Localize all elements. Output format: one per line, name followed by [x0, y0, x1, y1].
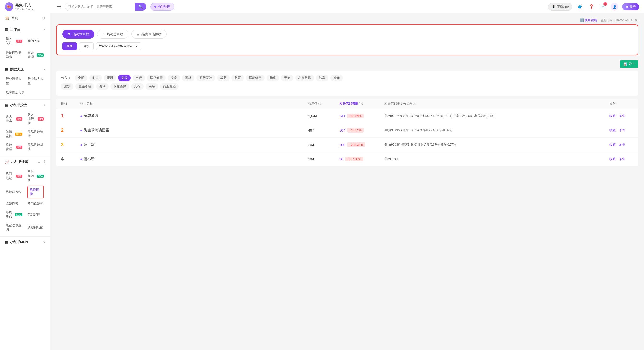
category-btn-car[interactable]: 汽车 — [316, 75, 328, 81]
heat-value: 1,644 — [305, 114, 336, 118]
sidebar-item-xhs-placement[interactable]: ▦ 小红书投放 ∧ — [0, 101, 50, 110]
category-btn-hobby[interactable]: 兴趣爱好 — [110, 83, 129, 90]
category-btn-health[interactable]: 医疗健康 — [147, 75, 166, 81]
period-week-button[interactable]: 周榜 — [62, 42, 77, 50]
sidebar-hot-search[interactable]: 热搜词搜索 — [4, 185, 24, 199]
category-btn-edu[interactable]: 教育 — [232, 75, 244, 81]
category-btn-news[interactable]: 资讯 — [96, 83, 108, 90]
update-time: 更新时间：2022-12-26 08:00 — [601, 18, 638, 22]
category-btn-travel[interactable]: 出行 — [132, 75, 145, 81]
sidebar-realtime-notes[interactable]: 实时笔记榜 New — [26, 168, 46, 184]
category-btn-astro[interactable]: 星座命理 — [76, 83, 94, 90]
detail-link[interactable]: 详情 — [618, 157, 625, 161]
sidebar-my-collect[interactable]: 我的收藏 — [26, 35, 46, 47]
heat-info-icon[interactable]: ? — [318, 102, 322, 106]
period-month-button[interactable]: 月榜 — [79, 42, 94, 50]
cat-tag: 素材(0.26%) — [403, 128, 419, 132]
download-app-button[interactable]: 📱 下载App — [548, 3, 572, 10]
operation-collapse[interactable]: 《 — [42, 160, 46, 165]
sidebar-item-mcn[interactable]: ▦ 小红书MCN ∨ — [0, 238, 50, 247]
mcn-chevron: ∨ — [43, 240, 46, 244]
workbench-chevron: ∧ — [43, 28, 46, 31]
sidebar-sentiment[interactable]: 舆情监控 Beta — [4, 128, 25, 140]
category-btn-all[interactable]: 全部 — [75, 75, 88, 81]
category-btn-wedding[interactable]: 婚嫁 — [330, 75, 343, 81]
sidebar-item-home[interactable]: 🏠 首页 ⚙ — [0, 13, 50, 23]
sidebar-kol-search[interactable]: 达人搜索 Hot — [4, 111, 25, 127]
avatar[interactable]: 👤 — [610, 3, 618, 10]
func-map-button[interactable]: 功能地图 — [150, 3, 174, 10]
category-btn-slim[interactable]: 减肥 — [217, 75, 230, 81]
note-inc-number: 141 — [339, 114, 345, 118]
sidebar-competitor-monitor[interactable]: 竞品投放监控 — [26, 128, 46, 140]
category-btn-tech[interactable]: 科技数码 — [295, 75, 314, 81]
category-btn-home[interactable]: 家居家装 — [196, 75, 215, 81]
sidebar-hot-topic[interactable]: 热门话题榜 — [26, 200, 46, 208]
sidebar-weekly-hot[interactable]: 每周热点 New — [4, 208, 25, 220]
placement-icon: ▦ — [5, 103, 8, 107]
search-button[interactable]: 🔍 — [135, 3, 146, 10]
category-btn-beauty[interactable]: 美妆 — [118, 75, 130, 81]
sidebar-industry-kol[interactable]: 行业达人大盘 — [26, 75, 46, 87]
sidebar-note-monitor[interactable]: 笔记监控 — [26, 208, 46, 220]
settings-icon[interactable]: ⚙ — [42, 16, 46, 20]
tab-hot-inc[interactable]: ⬆ 热词增量榜 — [62, 30, 94, 39]
category-btn-material[interactable]: 素材 — [182, 75, 194, 81]
sidebar-my-follow[interactable]: 我的关注 Hot — [4, 35, 25, 47]
tab-hot-total[interactable]: ○ 热词总量榜 — [97, 30, 128, 39]
note-inc-cell: 104 +38.52% — [336, 128, 384, 133]
category-label: 分类： — [61, 76, 71, 80]
main-content: ℹ️ 榜单说明 更新时间：2022-12-26 08:00 ⬆ 热词增量榜 ○ … — [50, 13, 644, 350]
category-btn-game[interactable]: 游戏 — [61, 83, 74, 90]
header-keyword: 热词名称 — [80, 101, 305, 106]
sidebar-competitor-compare[interactable]: 竞品投放对比 — [26, 141, 46, 153]
export-button[interactable]: 📊 导出 — [620, 60, 638, 68]
sidebar-hot-search-rank[interactable]: 热搜词榜 — [28, 186, 44, 198]
sidebar-kol-ranking[interactable]: 达人排行榜 Hot — [26, 111, 46, 127]
sidebar-placement-mgmt[interactable]: 投放管理 Hot — [4, 141, 25, 153]
table-section: 排行 热词名称 热度值 ? 相关笔记增量 ? 相关笔记主要分类占比 操作 1 ●… — [56, 99, 638, 166]
vip-button[interactable]: ★ 豪华 — [622, 3, 639, 10]
detail-link[interactable]: 详情 — [618, 143, 625, 147]
collect-link[interactable]: 收藏 — [610, 114, 616, 118]
table-body: 1 ● 妆容圣诞 1,644 141 +39.39% 美妆(90.14%)时尚(… — [56, 109, 638, 166]
detail-link[interactable]: 详情 — [618, 114, 625, 118]
sidebar-item-xhs-operation[interactable]: 📈 小红书运营 ∧ 《 — [0, 157, 50, 167]
collect-link[interactable]: 收藏 — [610, 128, 616, 133]
sidebar-item-workbench[interactable]: ▦ 工作台 ∧ — [0, 25, 50, 34]
logo-icon: 🍉 — [5, 2, 14, 11]
search-input[interactable] — [65, 3, 135, 10]
sidebar-keyword-export[interactable]: 关键词数据导出 — [4, 49, 25, 61]
rank-info-link[interactable]: ℹ️ 榜单说明 — [580, 18, 598, 22]
func-map-label: 功能地图 — [158, 4, 170, 9]
collect-link[interactable]: 收藏 — [610, 157, 616, 161]
sidebar-topic-search[interactable]: 话题搜索 — [4, 200, 25, 208]
category-btn-entertain[interactable]: 娱乐 — [146, 83, 158, 90]
category-btn-pet[interactable]: 宠物 — [281, 75, 294, 81]
detail-link[interactable]: 详情 — [618, 128, 625, 133]
sidebar-brand-play[interactable]: 品牌投放大盘 — [4, 89, 46, 97]
category-btn-biz[interactable]: 商业财经 — [160, 83, 179, 90]
collect-link[interactable]: 收藏 — [610, 143, 616, 147]
date-select[interactable]: 2022-12-19至2022-12-25 ∨ — [96, 42, 141, 50]
category-btn-culture[interactable]: 文化 — [131, 83, 144, 90]
sidebar-note-collect[interactable]: 笔记收录查询 — [4, 221, 25, 233]
category-btn-sport[interactable]: 运动健身 — [246, 75, 264, 81]
category-btn-food[interactable]: 美食 — [168, 75, 180, 81]
sidebar-media-mgmt[interactable]: 媒介管理 New — [26, 49, 46, 61]
category-btn-photo[interactable]: 摄影 — [104, 75, 116, 81]
category-btn-fashion[interactable]: 时尚 — [89, 75, 102, 81]
menu-icon[interactable]: ☰ — [57, 4, 61, 9]
tab-category-hot[interactable]: ⊞ 品类词热搜榜 — [131, 30, 167, 39]
sidebar-hot-notes[interactable]: 热门笔记 Hot — [4, 168, 25, 184]
briefcase-icon-btn[interactable]: 🧳 — [576, 3, 584, 10]
note-inc-info-icon[interactable]: ? — [359, 102, 363, 106]
category-btn-baby[interactable]: 母婴 — [266, 75, 279, 81]
sidebar-item-data-dashboard[interactable]: ▤ 数据大盘 ∧ — [0, 65, 50, 74]
action-links: 收藏 详情 — [610, 114, 634, 118]
sentiment-beta-tag: Beta — [15, 133, 22, 136]
sidebar-industry-flow[interactable]: 行业流量大盘 — [4, 75, 25, 87]
help-icon-btn[interactable]: ❓ — [588, 3, 595, 10]
mail-icon-btn[interactable]: ✉️ 9 — [599, 3, 607, 10]
sidebar-keyword-func[interactable]: 关键词功能 — [26, 221, 46, 233]
